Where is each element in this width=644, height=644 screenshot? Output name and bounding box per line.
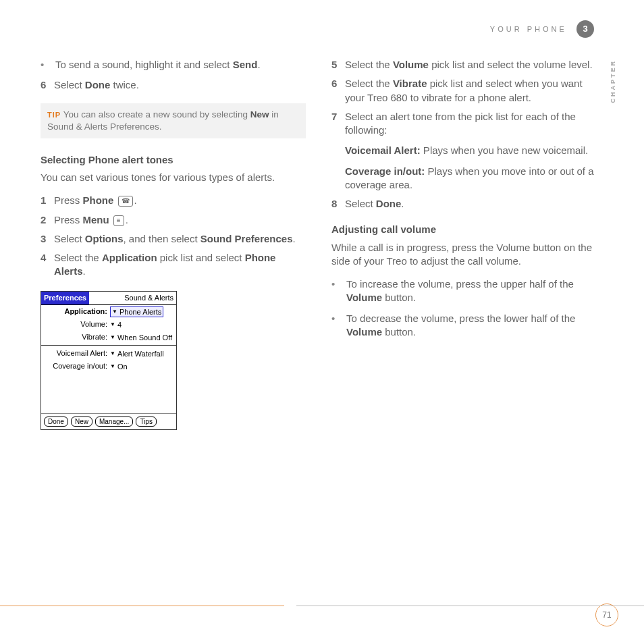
text: Press [54, 194, 83, 206]
step-number: 2 [41, 213, 54, 227]
screenshot-key: Coverage in/out: [44, 361, 110, 371]
step-number: 1 [41, 194, 54, 207]
bold: Phone [83, 194, 114, 206]
text: . [401, 198, 404, 209]
right-column: 5 Select the Volume pick list and select… [331, 58, 597, 430]
bold: Done [376, 198, 402, 209]
footer-line-accent [0, 606, 284, 606]
step-text: Select the Vibrate pick list and select … [345, 77, 597, 105]
text: pick list and select the volume level. [429, 59, 593, 70]
step: 5 Select the Volume pick list and select… [331, 58, 597, 72]
screenshot-button: Done [44, 417, 68, 427]
step-detail: Voicemail Alert: Plays when you have new… [345, 144, 597, 157]
bold: Options [85, 233, 124, 244]
subheading: Adjusting call volume [331, 223, 597, 236]
screenshot-value: ▼4 [110, 319, 173, 330]
step-number: 3 [41, 232, 54, 246]
content-columns: • To send a sound, highlight it and sele… [41, 58, 597, 430]
bold: New [250, 109, 269, 119]
bullet-text: To decrease the volume, press the lower … [346, 312, 597, 340]
screenshot-button: New [71, 417, 92, 427]
step-number: 6 [41, 78, 54, 92]
step: 8 Select Done. [331, 197, 597, 211]
step-number: 8 [331, 197, 345, 211]
step-detail: Coverage in/out: Plays when you move int… [345, 165, 597, 192]
text: , and then select [124, 233, 200, 244]
screenshot-title-right: Sound & Alerts [89, 292, 176, 304]
text: pick list and select [157, 252, 245, 263]
screenshot-separator [41, 345, 176, 346]
page-header: YOUR PHONE 3 [41, 20, 597, 38]
text: . [293, 233, 296, 244]
page-number: 71 [595, 603, 618, 626]
bold: Sound Preferences [200, 233, 293, 244]
screenshot-buttons: Done New Manage... Tips [41, 413, 176, 430]
bullet-text: To increase the volume, press the upper … [346, 277, 597, 305]
bold: Application [102, 252, 157, 263]
text: Select the [345, 59, 393, 70]
screenshot-value: ▼Alert Waterfall [110, 348, 173, 359]
left-column: • To send a sound, highlight it and sele… [41, 58, 306, 430]
step-number: 6 [331, 77, 345, 105]
paragraph: You can set various tones for various ty… [41, 171, 306, 184]
subheading: Selecting Phone alert tones [41, 153, 306, 167]
screenshot-row: Application: ▼Phone Alerts [41, 305, 176, 319]
step: 2 Press Menu ≡. [41, 213, 306, 227]
screenshot-key: Volume: [44, 319, 110, 329]
step: 7 Select an alert tone from the pick lis… [331, 110, 597, 192]
text: On [117, 362, 128, 372]
step: 6 Select the Vibrate pick list and selec… [331, 77, 597, 105]
text: To decrease the volume, press the lower … [346, 313, 575, 324]
text: You can also create a new sound by selec… [61, 109, 250, 119]
text [113, 194, 116, 206]
screenshot-titlebar: Preferences Sound & Alerts [41, 292, 176, 305]
bullet-item: • To increase the volume, press the uppe… [331, 277, 597, 305]
text: . [83, 265, 86, 277]
text: To increase the volume, press the upper … [346, 278, 574, 290]
bold: Volume [346, 292, 382, 303]
text: . [257, 59, 260, 70]
screenshot-row: Voicemail Alert: ▼Alert Waterfall [41, 347, 176, 360]
section-title: YOUR PHONE [490, 24, 567, 34]
text: Phone Alerts [119, 307, 161, 317]
step: 6 Select Done twice. [41, 78, 306, 92]
step-text: Select the Application pick list and sel… [54, 251, 306, 279]
phone-icon: ☎ [118, 196, 133, 207]
step-text: Press Menu ≡. [54, 213, 306, 227]
screenshot-row: Vibrate: ▼When Sound Off [41, 331, 176, 344]
paragraph: While a call is in progress, press the V… [331, 241, 597, 269]
text: Select the [54, 252, 102, 263]
text: Select [54, 233, 85, 244]
text: . [134, 194, 137, 206]
chapter-label: CHAPTER [609, 59, 617, 103]
step-text: Select an alert tone from the pick list … [345, 110, 597, 192]
screenshot-key: Vibrate: [44, 332, 110, 342]
step: 4 Select the Application pick list and s… [41, 251, 306, 279]
screenshot-value: ▼On [110, 360, 173, 372]
bold: Done [85, 79, 111, 90]
screenshot-button: Tips [136, 417, 157, 427]
text: Select [54, 79, 85, 90]
manual-page: YOUR PHONE 3 CHAPTER • To send a sound, … [0, 0, 644, 644]
screenshot-key: Voicemail Alert: [44, 348, 110, 358]
step-text: Press Phone ☎. [54, 194, 306, 207]
text: button. [382, 326, 416, 338]
step: 1 Press Phone ☎. [41, 194, 306, 207]
step-number: 4 [41, 251, 54, 279]
text: Alert Waterfall [117, 349, 164, 359]
bold: Send [233, 59, 258, 70]
text: Select the [345, 78, 393, 89]
step-text: Select Options, and then select Sound Pr… [54, 232, 306, 246]
text: button. [382, 292, 416, 303]
text: When Sound Off [117, 333, 172, 343]
tip-label: TIP [47, 111, 61, 119]
text: 4 [117, 320, 122, 330]
text: Select an alert tone from the pick list … [345, 111, 576, 136]
text: Select [345, 198, 376, 209]
bold: Volume [393, 59, 429, 70]
screenshot-value: ▼Phone Alerts [110, 306, 173, 318]
bold: Coverage in/out: [345, 165, 425, 177]
bold: Voicemail Alert: [345, 144, 421, 156]
text: twice. [110, 79, 139, 90]
text: Plays when you have new voicemail. [421, 144, 588, 156]
